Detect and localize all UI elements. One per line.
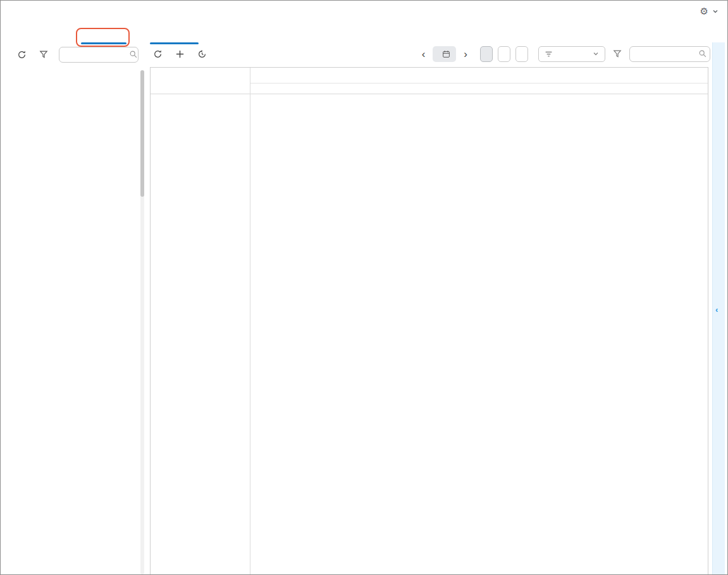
settings-menu[interactable]: ⚙: [700, 6, 719, 16]
refresh-board-icon[interactable]: [151, 47, 164, 61]
work-order-card-list: [15, 70, 136, 574]
add-icon[interactable]: [173, 47, 187, 61]
calendar-rows: [151, 94, 708, 575]
view-week-button[interactable]: [498, 46, 510, 62]
board-toolbar: ‹ ›: [151, 45, 710, 63]
tab-scheduled-underline: [81, 42, 126, 44]
staff-column-header: [151, 68, 250, 94]
column-separator: [250, 68, 250, 575]
calendar-board-window: ⚙: [0, 0, 728, 575]
view-month-button[interactable]: [515, 46, 528, 62]
records-filter-dropdown[interactable]: [538, 46, 605, 62]
chevron-down-icon: [593, 51, 599, 57]
date-picker-button[interactable]: [433, 46, 456, 62]
calendar-grid: [150, 67, 708, 575]
search-icon: [698, 49, 707, 58]
chevron-down-icon: [712, 8, 719, 15]
search-icon: [129, 50, 138, 59]
calendar-icon: [442, 50, 450, 58]
sidebar-scrollbar[interactable]: [140, 70, 144, 574]
staff-filter-icon[interactable]: [610, 47, 624, 61]
tab-all-records-underline: [150, 42, 199, 44]
date-header: [250, 68, 708, 83]
time-axis: [250, 83, 708, 94]
search-input[interactable]: [59, 47, 139, 63]
history-icon[interactable]: [195, 47, 209, 61]
gear-icon[interactable]: ⚙: [700, 6, 708, 16]
prev-day-button[interactable]: ‹: [419, 49, 428, 59]
filter-icon[interactable]: [37, 47, 51, 61]
next-day-button[interactable]: ›: [461, 49, 470, 59]
collapsed-right-panel: ‹: [712, 42, 725, 574]
collapse-panel-button[interactable]: ‹: [715, 305, 718, 314]
sidebar-toolbar: [15, 46, 141, 63]
view-day-button[interactable]: [480, 46, 493, 62]
filter-lines-icon: [545, 50, 553, 58]
refresh-icon[interactable]: [15, 47, 28, 61]
